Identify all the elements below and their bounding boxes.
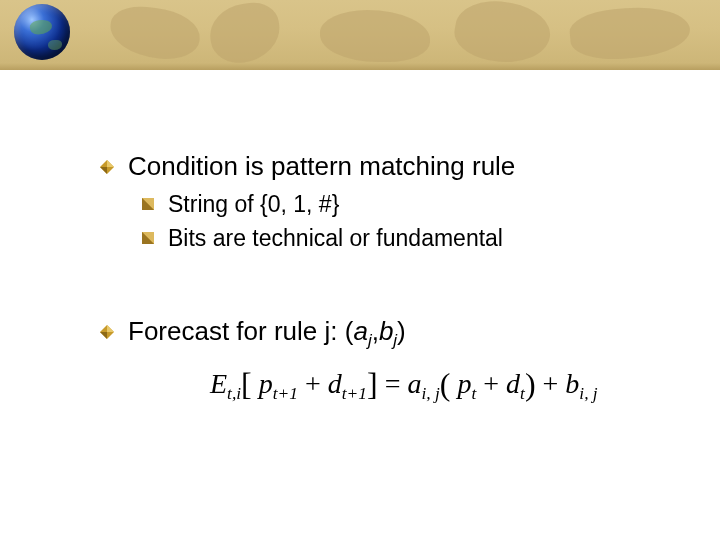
diamond-bullet-icon bbox=[100, 325, 114, 339]
f-a-sub: i, j bbox=[421, 384, 439, 403]
banner bbox=[0, 0, 720, 70]
f-plus1: + bbox=[298, 368, 328, 399]
forecast-prefix: Forecast for rule j: ( bbox=[128, 316, 353, 346]
diamond-bullet-icon bbox=[100, 160, 114, 174]
f-lbracket: [ bbox=[241, 366, 252, 402]
slide: Condition is pattern matching rule Strin… bbox=[0, 0, 720, 540]
formula: Et,i[ pt+1 + dt+1] = ai, j( pt + dt) + b… bbox=[210, 368, 670, 402]
bullet-text: Bits are technical or fundamental bbox=[168, 225, 503, 251]
f-p1: p bbox=[259, 368, 273, 399]
map-decoration bbox=[568, 3, 692, 63]
svg-marker-11 bbox=[100, 332, 107, 339]
bullet-forecast: Forecast for rule j: (aj,bj) bbox=[100, 315, 670, 352]
bullet-condition: Condition is pattern matching rule bbox=[100, 150, 670, 183]
f-d2: d bbox=[506, 368, 520, 399]
map-decoration bbox=[108, 3, 203, 62]
globe-icon bbox=[14, 4, 70, 60]
forecast-comma: , bbox=[372, 316, 379, 346]
f-plus3: + bbox=[536, 368, 566, 399]
f-b-sub: i, j bbox=[579, 384, 597, 403]
map-decoration bbox=[451, 0, 555, 70]
svg-marker-10 bbox=[107, 325, 114, 332]
svg-marker-1 bbox=[107, 160, 114, 167]
square-bullet-icon bbox=[142, 232, 154, 244]
f-plus2: + bbox=[476, 368, 506, 399]
f-p2: p bbox=[457, 368, 471, 399]
f-eq: = bbox=[378, 368, 408, 399]
bullet-string: String of {0, 1, #} bbox=[142, 189, 670, 221]
slide-content: Condition is pattern matching rule Strin… bbox=[0, 90, 720, 402]
f-b: b bbox=[565, 368, 579, 399]
map-decoration bbox=[320, 10, 430, 62]
f-E: E bbox=[210, 368, 227, 399]
forecast-b: b bbox=[379, 316, 393, 346]
map-decoration bbox=[206, 0, 283, 67]
bullet-text: String of {0, 1, #} bbox=[168, 191, 339, 217]
f-rbracket: ] bbox=[367, 366, 378, 402]
bullet-bits: Bits are technical or fundamental bbox=[142, 223, 670, 255]
f-rparen: ) bbox=[525, 366, 536, 402]
f-lparen: ( bbox=[440, 366, 451, 402]
f-d1: d bbox=[328, 368, 342, 399]
forecast-a: a bbox=[353, 316, 367, 346]
f-E-sub: t,i bbox=[227, 384, 241, 403]
bullet-text: Condition is pattern matching rule bbox=[128, 151, 515, 181]
f-p1-sub: t+1 bbox=[273, 384, 298, 403]
forecast-suffix: ) bbox=[397, 316, 406, 346]
bullet-text: Forecast for rule j: (aj,bj) bbox=[128, 316, 406, 346]
svg-marker-2 bbox=[100, 167, 107, 174]
f-d1-sub: t+1 bbox=[342, 384, 367, 403]
f-a: a bbox=[407, 368, 421, 399]
square-bullet-icon bbox=[142, 198, 154, 210]
